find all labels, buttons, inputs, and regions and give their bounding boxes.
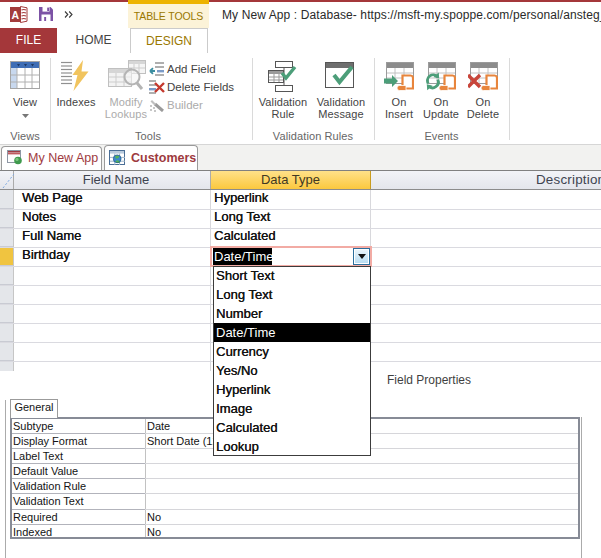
svg-text:A: A xyxy=(11,9,19,21)
